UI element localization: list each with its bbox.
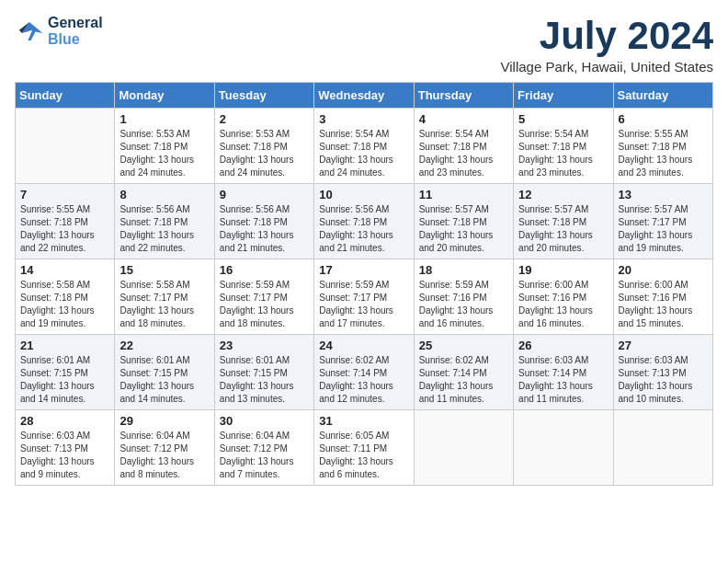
month-title: July 2024 <box>500 15 713 57</box>
list-item: 22Sunrise: 6:01 AMSunset: 7:15 PMDayligh… <box>115 335 214 410</box>
header-monday: Monday <box>115 83 214 109</box>
list-item: 8Sunrise: 5:56 AMSunset: 7:18 PMDaylight… <box>115 184 214 259</box>
page-header: General Blue July 2024 Village Park, Haw… <box>15 15 713 75</box>
title-block: July 2024 Village Park, Hawaii, United S… <box>500 15 713 75</box>
logo-icon <box>15 18 44 44</box>
logo-text-line2: Blue <box>48 31 103 48</box>
list-item: 18Sunrise: 5:59 AMSunset: 7:16 PMDayligh… <box>414 259 513 335</box>
logo: General Blue <box>15 15 103 47</box>
list-item: 2Sunrise: 5:53 AMSunset: 7:18 PMDaylight… <box>214 109 313 184</box>
table-row: 7Sunrise: 5:55 AMSunset: 7:18 PMDaylight… <box>16 184 713 259</box>
list-item: 24Sunrise: 6:02 AMSunset: 7:14 PMDayligh… <box>314 335 414 410</box>
list-item: 4Sunrise: 5:54 AMSunset: 7:18 PMDaylight… <box>414 109 513 184</box>
list-item: 3Sunrise: 5:54 AMSunset: 7:18 PMDaylight… <box>314 109 414 184</box>
table-row: 1Sunrise: 5:53 AMSunset: 7:18 PMDaylight… <box>16 109 713 184</box>
list-item <box>514 410 613 486</box>
header-friday: Friday <box>514 83 613 109</box>
list-item: 21Sunrise: 6:01 AMSunset: 7:15 PMDayligh… <box>16 335 115 410</box>
list-item: 31Sunrise: 6:05 AMSunset: 7:11 PMDayligh… <box>314 410 414 486</box>
calendar-header-row: Sunday Monday Tuesday Wednesday Thursday… <box>16 83 713 109</box>
header-tuesday: Tuesday <box>214 83 313 109</box>
header-saturday: Saturday <box>613 83 712 109</box>
list-item: 30Sunrise: 6:04 AMSunset: 7:12 PMDayligh… <box>214 410 313 486</box>
table-row: 28Sunrise: 6:03 AMSunset: 7:13 PMDayligh… <box>16 410 713 486</box>
list-item <box>414 410 513 486</box>
list-item: 26Sunrise: 6:03 AMSunset: 7:14 PMDayligh… <box>514 335 613 410</box>
list-item: 7Sunrise: 5:55 AMSunset: 7:18 PMDaylight… <box>16 184 115 259</box>
list-item: 10Sunrise: 5:56 AMSunset: 7:18 PMDayligh… <box>314 184 414 259</box>
list-item <box>613 410 712 486</box>
list-item: 6Sunrise: 5:55 AMSunset: 7:18 PMDaylight… <box>613 109 712 184</box>
logo-text-line1: General <box>48 15 103 31</box>
list-item: 19Sunrise: 6:00 AMSunset: 7:16 PMDayligh… <box>514 259 613 335</box>
header-sunday: Sunday <box>16 83 115 109</box>
list-item: 15Sunrise: 5:58 AMSunset: 7:17 PMDayligh… <box>115 259 214 335</box>
list-item: 25Sunrise: 6:02 AMSunset: 7:14 PMDayligh… <box>414 335 513 410</box>
calendar-table: Sunday Monday Tuesday Wednesday Thursday… <box>15 82 713 486</box>
table-row: 21Sunrise: 6:01 AMSunset: 7:15 PMDayligh… <box>16 335 713 410</box>
svg-marker-0 <box>22 22 42 40</box>
list-item: 29Sunrise: 6:04 AMSunset: 7:12 PMDayligh… <box>115 410 214 486</box>
location-text: Village Park, Hawaii, United States <box>500 59 713 75</box>
list-item: 27Sunrise: 6:03 AMSunset: 7:13 PMDayligh… <box>613 335 712 410</box>
list-item: 1Sunrise: 5:53 AMSunset: 7:18 PMDaylight… <box>115 109 214 184</box>
list-item: 5Sunrise: 5:54 AMSunset: 7:18 PMDaylight… <box>514 109 613 184</box>
header-wednesday: Wednesday <box>314 83 414 109</box>
list-item: 12Sunrise: 5:57 AMSunset: 7:18 PMDayligh… <box>514 184 613 259</box>
list-item: 16Sunrise: 5:59 AMSunset: 7:17 PMDayligh… <box>214 259 313 335</box>
list-item: 23Sunrise: 6:01 AMSunset: 7:15 PMDayligh… <box>214 335 313 410</box>
list-item: 17Sunrise: 5:59 AMSunset: 7:17 PMDayligh… <box>314 259 414 335</box>
list-item: 14Sunrise: 5:58 AMSunset: 7:18 PMDayligh… <box>16 259 115 335</box>
list-item: 20Sunrise: 6:00 AMSunset: 7:16 PMDayligh… <box>613 259 712 335</box>
list-item: 9Sunrise: 5:56 AMSunset: 7:18 PMDaylight… <box>214 184 313 259</box>
table-row: 14Sunrise: 5:58 AMSunset: 7:18 PMDayligh… <box>16 259 713 335</box>
list-item <box>16 109 115 184</box>
list-item: 11Sunrise: 5:57 AMSunset: 7:18 PMDayligh… <box>414 184 513 259</box>
list-item: 13Sunrise: 5:57 AMSunset: 7:17 PMDayligh… <box>613 184 712 259</box>
list-item: 28Sunrise: 6:03 AMSunset: 7:13 PMDayligh… <box>16 410 115 486</box>
header-thursday: Thursday <box>414 83 513 109</box>
